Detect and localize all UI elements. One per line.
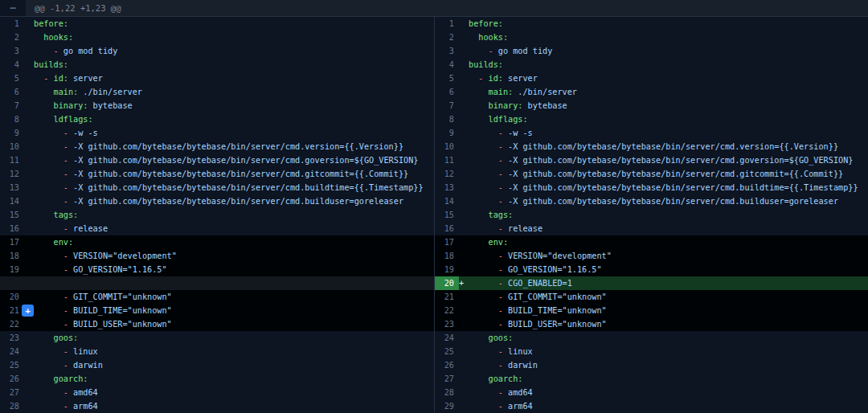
line-number[interactable]: 28 — [0, 399, 24, 413]
line-number[interactable]: 3 — [0, 44, 24, 58]
line-number[interactable]: 9 — [0, 126, 24, 140]
line-number[interactable]: 22 — [0, 317, 24, 331]
line-number[interactable]: 6 — [0, 85, 24, 99]
diff-row: 1before:1before: — [0, 17, 868, 31]
diff-marker — [24, 235, 34, 249]
syntax-token: - — [34, 292, 73, 301]
line-number[interactable]: 8 — [435, 112, 459, 126]
diff-row: 21 - BUILD_TIME="unknown"+22 - BUILD_TIM… — [0, 304, 868, 317]
diff-row: 15 tags:15 tags: — [0, 208, 868, 222]
line-number[interactable]: 26 — [0, 372, 24, 386]
code-line: main: ./bin/server — [34, 85, 434, 99]
code-line: - -X github.com/bytebase/bytebase/bin/se… — [469, 167, 868, 181]
syntax-token: id: — [489, 74, 503, 83]
line-number[interactable]: 15 — [435, 208, 459, 222]
diff-row-right: 24 goos: — [434, 331, 868, 345]
code-line: - GIT_COMMIT="unknown" — [34, 290, 434, 304]
line-number[interactable]: 10 — [0, 140, 24, 153]
line-number[interactable]: 19 — [0, 263, 24, 276]
line-number[interactable]: 5 — [435, 72, 459, 85]
line-number[interactable]: 16 — [0, 222, 24, 235]
diff-row-right: 19 - GO_VERSION="1.16.5" — [434, 263, 868, 276]
syntax-token: GO_VERSION="1.16.5" — [73, 265, 167, 274]
syntax-token: hooks: — [469, 33, 508, 42]
diff-row-left: 20 - GIT_COMMIT="unknown" — [0, 290, 434, 304]
line-number[interactable]: 27 — [435, 372, 459, 386]
code-line: - -X github.com/bytebase/bytebase/bin/se… — [34, 153, 434, 167]
diff-marker — [459, 263, 469, 276]
line-number[interactable]: 9 — [435, 126, 459, 140]
diff-row-left: 7 binary: bytebase — [0, 99, 434, 112]
syntax-token: - — [469, 170, 508, 178]
line-number[interactable]: 7 — [0, 99, 24, 112]
line-number[interactable]: 14 — [0, 194, 24, 208]
line-number[interactable]: 12 — [435, 167, 459, 181]
line-number[interactable]: 7 — [435, 99, 459, 112]
line-number[interactable]: 2 — [0, 31, 24, 44]
syntax-token: arm64 — [508, 402, 533, 411]
syntax-token: goarch: — [34, 374, 88, 383]
line-number[interactable]: 26 — [435, 358, 459, 372]
syntax-token: - — [469, 320, 508, 329]
line-number[interactable]: 25 — [0, 358, 24, 372]
code-line: - -w -s — [34, 126, 434, 140]
line-number[interactable]: 21 — [435, 290, 459, 304]
diff-marker — [459, 44, 469, 58]
diff-row-left: 6 main: ./bin/server — [0, 85, 434, 99]
line-number[interactable]: 17 — [435, 235, 459, 249]
line-number[interactable]: 23 — [435, 317, 459, 331]
line-number[interactable]: 10 — [435, 140, 459, 153]
diff-row-left: 3 - go mod tidy — [0, 44, 434, 58]
add-comment-button[interactable]: + — [22, 305, 34, 317]
line-number[interactable]: 13 — [0, 181, 24, 194]
line-number[interactable]: 21 — [0, 304, 24, 317]
line-number[interactable]: 4 — [0, 58, 24, 72]
line-number[interactable]: 27 — [0, 386, 24, 399]
code-line: builds: — [469, 58, 868, 72]
line-number[interactable]: 3 — [435, 44, 459, 58]
code-line: - GIT_COMMIT="unknown" — [469, 290, 868, 304]
line-number[interactable]: 25 — [435, 345, 459, 358]
line-number[interactable]: 11 — [435, 153, 459, 167]
line-number[interactable]: 20 — [0, 290, 24, 304]
code-line: - linux — [469, 345, 868, 358]
expand-diff-button[interactable]: ⋯ — [0, 0, 26, 16]
diff-marker — [24, 126, 34, 140]
diff-split-view: ⋯ @@ -1,22 +1,23 @@ 1before:1before:2 ho… — [0, 0, 868, 413]
line-number[interactable]: 18 — [435, 249, 459, 263]
line-number[interactable]: 24 — [435, 331, 459, 345]
syntax-token: - — [34, 129, 73, 137]
line-number[interactable]: 17 — [0, 235, 24, 249]
line-number[interactable]: 14 — [435, 194, 459, 208]
line-number[interactable]: 29 — [435, 399, 459, 413]
line-number[interactable]: 6 — [435, 85, 459, 99]
syntax-token: - — [34, 156, 73, 165]
line-number[interactable]: 5 — [0, 72, 24, 85]
syntax-token: - — [469, 388, 508, 397]
line-number[interactable]: 2 — [435, 31, 459, 44]
line-number[interactable]: 18 — [0, 249, 24, 263]
diff-row: 16 - release16 - release — [0, 222, 868, 235]
code-line: - VERSION="development" — [469, 249, 868, 263]
line-number[interactable]: 22 — [435, 304, 459, 317]
line-number[interactable]: 19 — [435, 263, 459, 276]
diff-row-left: 24 - linux — [0, 345, 434, 358]
line-number[interactable]: 11 — [0, 153, 24, 167]
line-number[interactable]: 13 — [435, 181, 459, 194]
code-line: - id: server — [34, 72, 434, 85]
line-number[interactable]: 16 — [435, 222, 459, 235]
line-number[interactable]: 1 — [0, 17, 24, 31]
line-number[interactable]: 1 — [435, 17, 459, 31]
line-number[interactable]: 23 — [0, 331, 24, 345]
line-number[interactable]: 4 — [435, 58, 459, 72]
line-number[interactable]: 24 — [0, 345, 24, 358]
line-number[interactable]: 12 — [0, 167, 24, 181]
line-number[interactable]: 15 — [0, 208, 24, 222]
code-line: - arm64 — [34, 399, 434, 413]
line-number[interactable]: 20 — [435, 276, 459, 290]
line-number[interactable]: 8 — [0, 112, 24, 126]
syntax-token: tags: — [34, 211, 78, 219]
code-line: goos: — [34, 331, 434, 345]
line-number[interactable]: 28 — [435, 386, 459, 399]
code-line: - -X github.com/bytebase/bytebase/bin/se… — [469, 140, 868, 153]
